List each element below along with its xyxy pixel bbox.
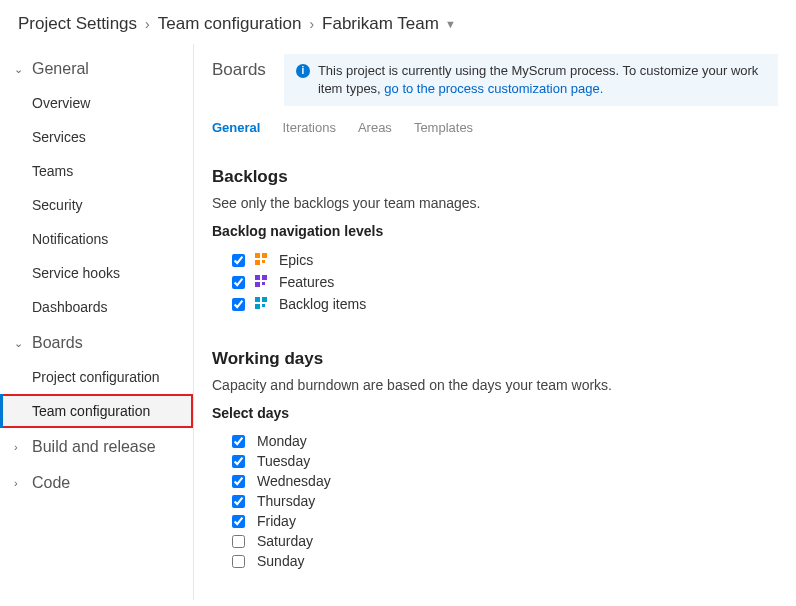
process-customization-link[interactable]: go to the process customization page.: [384, 81, 603, 96]
info-icon: i: [296, 64, 310, 78]
day-label: Saturday: [257, 533, 313, 549]
day-checkbox[interactable]: [232, 455, 245, 468]
day-label: Monday: [257, 433, 307, 449]
breadcrumb: Project Settings › Team configuration › …: [0, 0, 796, 44]
day-row: Friday: [232, 511, 778, 531]
sidebar-item-project-configuration[interactable]: Project configuration: [0, 360, 193, 394]
backlog-level-label: Features: [279, 274, 334, 290]
sidebar-item-team-configuration[interactable]: Team configuration: [0, 394, 193, 428]
day-row: Sunday: [232, 551, 778, 571]
breadcrumb-team-picker[interactable]: Fabrikam Team ▼: [322, 14, 456, 34]
sidebar-group-build-and-release[interactable]: ›Build and release: [0, 428, 193, 464]
tab-general[interactable]: General: [212, 120, 260, 141]
day-checkbox[interactable]: [232, 515, 245, 528]
backlog-nav-title: Backlog navigation levels: [212, 223, 778, 239]
sidebar-group-label: General: [32, 60, 89, 78]
breadcrumb-last: Fabrikam Team: [322, 14, 439, 34]
info-banner-text: This project is currently using the MySc…: [318, 62, 766, 98]
day-row: Monday: [232, 431, 778, 451]
day-checkbox[interactable]: [232, 475, 245, 488]
sidebar-item-overview[interactable]: Overview: [0, 86, 193, 120]
day-label: Wednesday: [257, 473, 331, 489]
tab-areas[interactable]: Areas: [358, 120, 392, 141]
chevron-right-icon: ›: [14, 441, 26, 453]
sidebar-group-label: Code: [32, 474, 70, 492]
chevron-down-icon: ⌄: [14, 337, 26, 350]
sidebar-group-label: Boards: [32, 334, 83, 352]
sidebar-item-service-hooks[interactable]: Service hooks: [0, 256, 193, 290]
day-row: Saturday: [232, 531, 778, 551]
sidebar-group-general[interactable]: ⌄General: [0, 50, 193, 86]
sidebar-item-teams[interactable]: Teams: [0, 154, 193, 188]
backlog-icon: [255, 297, 269, 311]
chevron-down-icon: ⌄: [14, 63, 26, 76]
sidebar-item-security[interactable]: Security: [0, 188, 193, 222]
chevron-down-icon: ▼: [445, 18, 456, 30]
backlog-level-checkbox[interactable]: [232, 298, 245, 311]
tab-iterations[interactable]: Iterations: [282, 120, 335, 141]
section-desc: See only the backlogs your team manages.: [212, 195, 778, 211]
sidebar-item-notifications[interactable]: Notifications: [0, 222, 193, 256]
backlog-level-row: Epics: [232, 249, 778, 271]
day-checkbox[interactable]: [232, 555, 245, 568]
info-banner: i This project is currently using the My…: [284, 54, 778, 106]
main-content: Boards i This project is currently using…: [194, 44, 796, 600]
breadcrumb-root[interactable]: Project Settings: [18, 14, 137, 34]
backlog-levels-list: EpicsFeaturesBacklog items: [212, 249, 778, 315]
backlogs-section: Backlogs See only the backlogs your team…: [212, 167, 778, 315]
sidebar-group-boards[interactable]: ⌄Boards: [0, 324, 193, 360]
page-title: Boards: [212, 54, 266, 80]
sidebar-item-services[interactable]: Services: [0, 120, 193, 154]
chevron-right-icon: ›: [145, 16, 150, 32]
sidebar: ⌄GeneralOverviewServicesTeamsSecurityNot…: [0, 44, 194, 600]
sidebar-group-code[interactable]: ›Code: [0, 464, 193, 500]
day-label: Tuesday: [257, 453, 310, 469]
section-title: Working days: [212, 349, 778, 369]
section-title: Backlogs: [212, 167, 778, 187]
day-row: Wednesday: [232, 471, 778, 491]
sidebar-group-label: Build and release: [32, 438, 156, 456]
section-desc: Capacity and burndown are based on the d…: [212, 377, 778, 393]
backlog-level-checkbox[interactable]: [232, 276, 245, 289]
day-label: Sunday: [257, 553, 304, 569]
features-icon: [255, 275, 269, 289]
day-label: Friday: [257, 513, 296, 529]
day-checkbox[interactable]: [232, 495, 245, 508]
chevron-right-icon: ›: [14, 477, 26, 489]
chevron-right-icon: ›: [309, 16, 314, 32]
select-days-title: Select days: [212, 405, 778, 421]
day-row: Thursday: [232, 491, 778, 511]
day-label: Thursday: [257, 493, 315, 509]
backlog-level-row: Backlog items: [232, 293, 778, 315]
day-checkbox[interactable]: [232, 535, 245, 548]
tab-bar: GeneralIterationsAreasTemplates: [212, 120, 778, 141]
backlog-level-checkbox[interactable]: [232, 254, 245, 267]
tab-templates[interactable]: Templates: [414, 120, 473, 141]
day-row: Tuesday: [232, 451, 778, 471]
backlog-level-row: Features: [232, 271, 778, 293]
day-checkbox[interactable]: [232, 435, 245, 448]
breadcrumb-mid[interactable]: Team configuration: [158, 14, 302, 34]
sidebar-item-dashboards[interactable]: Dashboards: [0, 290, 193, 324]
backlog-level-label: Backlog items: [279, 296, 366, 312]
epics-icon: [255, 253, 269, 267]
backlog-level-label: Epics: [279, 252, 313, 268]
working-days-section: Working days Capacity and burndown are b…: [212, 349, 778, 571]
days-list: MondayTuesdayWednesdayThursdayFridaySatu…: [212, 431, 778, 571]
